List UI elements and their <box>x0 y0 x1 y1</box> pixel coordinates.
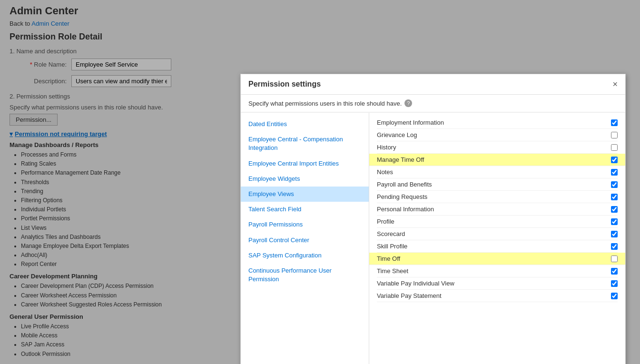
permission-checkbox[interactable] <box>611 268 618 275</box>
modal-nav-item-ec-comp-integration[interactable]: Employee Central - Compensation Integrat… <box>241 132 369 156</box>
permission-row: Scorecard <box>377 228 618 240</box>
permission-checkbox[interactable] <box>611 194 618 200</box>
permission-row: Profile <box>377 216 618 228</box>
modal-nav-item-payroll-control[interactable]: Payroll Control Center <box>241 233 369 248</box>
permission-row: Payroll and Benefits <box>377 178 618 191</box>
permission-row: Variable Pay Individual View <box>377 277 618 290</box>
permission-row: Grievance Log <box>377 129 618 141</box>
permission-settings-modal: Permission settings × Specify what permi… <box>240 74 626 364</box>
permission-label: Variable Pay Individual View <box>377 280 611 287</box>
permission-row: Pending Requests <box>377 191 618 203</box>
permission-checkbox[interactable] <box>611 157 618 163</box>
permission-row: Skill Profile <box>377 240 618 253</box>
permission-checkbox[interactable] <box>611 293 618 299</box>
permission-checkbox[interactable] <box>611 144 618 151</box>
permission-label: Scorecard <box>377 230 611 237</box>
permission-label: Notes <box>377 168 611 176</box>
permission-label: Time Off <box>377 255 611 262</box>
modal-close-button[interactable]: × <box>612 80 618 89</box>
modal-body: Dated EntitiesEmployee Central - Compens… <box>241 113 625 364</box>
modal-intro: Specify what permissions users in this r… <box>241 95 625 112</box>
permission-checkbox[interactable] <box>611 218 618 225</box>
permission-row: Personal Information <box>377 203 618 216</box>
modal-title: Permission settings <box>248 80 321 89</box>
permission-checkbox[interactable] <box>611 231 618 237</box>
modal-nav-item-sap-system-config[interactable]: SAP System Configuration <box>241 248 369 263</box>
permission-row: Employment Information <box>377 117 618 129</box>
permission-row: Time Sheet <box>377 265 618 277</box>
permission-checkbox[interactable] <box>611 119 618 126</box>
permission-checkbox[interactable] <box>611 243 618 250</box>
modal-nav-item-ec-import-entities[interactable]: Employee Central Import Entities <box>241 156 369 171</box>
permission-label: History <box>377 144 611 151</box>
permission-label: Payroll and Benefits <box>377 181 611 188</box>
permission-checkbox[interactable] <box>611 256 618 262</box>
permission-label: Grievance Log <box>377 131 611 138</box>
permission-row: History <box>377 141 618 154</box>
permission-checkbox[interactable] <box>611 206 618 213</box>
modal-header: Permission settings × <box>241 74 625 95</box>
permission-checkbox[interactable] <box>611 181 618 188</box>
modal-nav-item-talent-search[interactable]: Talent Search Field <box>241 202 369 217</box>
permission-checkbox[interactable] <box>611 169 618 176</box>
permission-row: Manage Time Off <box>369 154 625 166</box>
modal-right-content: Employment InformationGrievance LogHisto… <box>369 113 625 364</box>
permission-label: Personal Information <box>377 206 611 213</box>
modal-nav-item-employee-widgets[interactable]: Employee Widgets <box>241 171 369 187</box>
permission-label: Variable Pay Statement <box>377 292 611 299</box>
permission-label: Profile <box>377 218 611 225</box>
permission-row: Time Off <box>369 253 625 265</box>
permission-label: Time Sheet <box>377 267 611 275</box>
help-icon[interactable]: ? <box>404 99 412 107</box>
modal-nav-item-payroll-permissions[interactable]: Payroll Permissions <box>241 217 369 232</box>
modal-nav-item-employee-views[interactable]: Employee Views <box>241 187 369 202</box>
permission-row: Notes <box>377 166 618 178</box>
permission-label: Manage Time Off <box>377 156 611 163</box>
modal-nav-item-continuous-perf[interactable]: Continuous Performance User Permission <box>241 263 369 287</box>
permission-label: Skill Profile <box>377 243 611 250</box>
permission-row: Variable Pay Statement <box>377 290 618 302</box>
permission-label: Pending Requests <box>377 193 611 200</box>
permission-checkbox[interactable] <box>611 132 618 138</box>
modal-nav-item-dated-entities[interactable]: Dated Entities <box>241 117 369 132</box>
modal-left-nav: Dated EntitiesEmployee Central - Compens… <box>241 113 369 364</box>
permission-checkbox[interactable] <box>611 280 618 287</box>
permission-label: Employment Information <box>377 119 611 126</box>
